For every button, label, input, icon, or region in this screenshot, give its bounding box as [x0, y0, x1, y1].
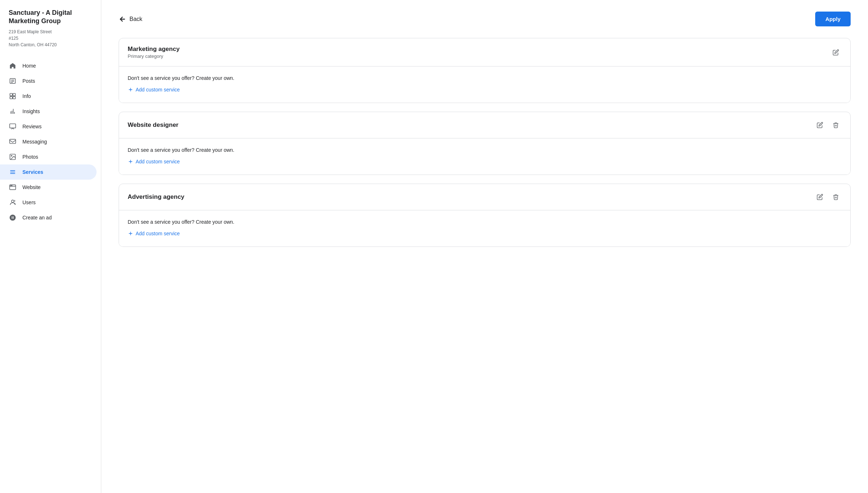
sidebar-item-home[interactable]: Home: [0, 58, 97, 73]
sidebar-nav: Home Posts: [0, 58, 101, 225]
service-cards-list: Marketing agency Primary category Don't …: [119, 38, 851, 247]
ad-icon: [9, 214, 17, 222]
messaging-icon: [9, 138, 17, 146]
svg-rect-5: [13, 93, 16, 96]
plus-icon: [128, 87, 133, 93]
sidebar-item-info-label: Info: [22, 93, 31, 99]
service-card-actions-advertising: [814, 191, 842, 203]
service-card-body-website: Don't see a service you offer? Create yo…: [119, 138, 850, 175]
no-service-text-advertising: Don't see a service you offer? Create yo…: [128, 219, 842, 225]
sidebar-item-messaging[interactable]: Messaging: [0, 134, 97, 149]
delete-website-button[interactable]: [830, 119, 842, 131]
business-address: 219 East Maple Street #125 North Canton,…: [9, 29, 92, 48]
sidebar-item-photos[interactable]: Photos: [0, 149, 97, 164]
add-custom-label-advertising: Add custom service: [136, 231, 180, 236]
sidebar-item-services-label: Services: [22, 169, 43, 175]
sidebar-item-info[interactable]: Info: [0, 89, 97, 104]
back-button[interactable]: Back: [119, 15, 142, 23]
trash-icon: [833, 122, 839, 128]
service-card-title-marketing: Marketing agency: [128, 46, 180, 53]
service-card-body-marketing: Don't see a service you offer? Create yo…: [119, 67, 850, 103]
plus-icon: [128, 159, 133, 164]
no-service-text-marketing: Don't see a service you offer? Create yo…: [128, 75, 842, 81]
posts-icon: [9, 77, 17, 85]
sidebar-item-services[interactable]: Services: [0, 164, 97, 180]
photos-icon: [9, 153, 17, 161]
back-label: Back: [129, 16, 142, 22]
sidebar-item-reviews-label: Reviews: [22, 124, 42, 129]
svg-point-16: [12, 200, 14, 202]
sidebar-item-photos-label: Photos: [22, 154, 38, 160]
service-card-title-group-marketing: Marketing agency Primary category: [128, 46, 180, 59]
sidebar-item-users[interactable]: Users: [0, 195, 97, 210]
sidebar: Sanctuary - A Digital Marketing Group 21…: [0, 0, 101, 493]
service-card-header-website: Website designer: [119, 112, 850, 138]
services-icon: [9, 168, 17, 176]
service-card-marketing-agency: Marketing agency Primary category Don't …: [119, 38, 851, 103]
apply-button[interactable]: Apply: [815, 12, 851, 26]
pencil-icon: [817, 194, 823, 200]
service-card-actions-marketing: [830, 47, 842, 58]
svg-rect-8: [10, 124, 16, 128]
info-icon: [9, 92, 17, 100]
add-custom-label-website: Add custom service: [136, 159, 180, 164]
service-card-subtitle-marketing: Primary category: [128, 53, 180, 59]
service-card-title-group-website: Website designer: [128, 121, 178, 129]
service-card-website-designer: Website designer: [119, 112, 851, 175]
website-icon: [9, 183, 17, 191]
business-name: Sanctuary - A Digital Marketing Group: [9, 9, 92, 26]
no-service-text-website: Don't see a service you offer? Create yo…: [128, 147, 842, 153]
main-content: Back Apply Marketing agency Primary cate…: [101, 0, 868, 493]
svg-rect-6: [10, 97, 13, 99]
sidebar-item-home-label: Home: [22, 63, 36, 69]
pencil-icon: [817, 122, 823, 128]
svg-rect-7: [13, 97, 16, 99]
sidebar-item-users-label: Users: [22, 200, 36, 205]
edit-website-button[interactable]: [814, 119, 826, 131]
add-custom-service-website-button[interactable]: Add custom service: [128, 159, 180, 164]
service-card-body-advertising: Don't see a service you offer? Create yo…: [119, 210, 850, 246]
sidebar-item-posts-label: Posts: [22, 78, 35, 84]
svg-point-15: [12, 185, 12, 186]
service-card-title-group-advertising: Advertising agency: [128, 193, 184, 201]
svg-point-14: [10, 185, 11, 186]
plus-icon: [128, 231, 133, 236]
service-card-actions-website: [814, 119, 842, 131]
svg-point-11: [11, 155, 12, 157]
add-custom-label-marketing: Add custom service: [136, 87, 180, 93]
sidebar-item-create-ad-label: Create an ad: [22, 215, 52, 220]
sidebar-item-insights-label: Insights: [22, 108, 40, 114]
sidebar-item-reviews[interactable]: Reviews: [0, 119, 97, 134]
service-card-header-advertising: Advertising agency: [119, 184, 850, 210]
pencil-icon: [833, 49, 839, 56]
svg-rect-4: [10, 93, 13, 96]
sidebar-item-messaging-label: Messaging: [22, 139, 47, 145]
delete-advertising-button[interactable]: [830, 191, 842, 203]
svg-rect-9: [10, 139, 16, 143]
add-custom-service-marketing-button[interactable]: Add custom service: [128, 87, 180, 93]
sidebar-item-website[interactable]: Website: [0, 180, 97, 195]
reviews-icon: [9, 123, 17, 130]
sidebar-item-create-ad[interactable]: Create an ad: [0, 210, 97, 225]
sidebar-item-insights[interactable]: Insights: [0, 104, 97, 119]
service-card-title-advertising: Advertising agency: [128, 193, 184, 201]
service-card-advertising-agency: Advertising agency: [119, 184, 851, 247]
back-arrow-icon: [119, 15, 127, 23]
service-card-header-marketing: Marketing agency Primary category: [119, 38, 850, 67]
sidebar-item-website-label: Website: [22, 184, 41, 190]
sidebar-header: Sanctuary - A Digital Marketing Group 21…: [0, 9, 101, 55]
insights-icon: [9, 107, 17, 115]
trash-icon: [833, 194, 839, 200]
sidebar-item-posts[interactable]: Posts: [0, 73, 97, 89]
home-icon: [9, 62, 17, 70]
add-custom-service-advertising-button[interactable]: Add custom service: [128, 231, 180, 236]
main-header: Back Apply: [119, 12, 851, 26]
users-icon: [9, 198, 17, 206]
edit-advertising-button[interactable]: [814, 191, 826, 203]
edit-marketing-button[interactable]: [830, 47, 842, 58]
service-card-title-website: Website designer: [128, 121, 178, 129]
